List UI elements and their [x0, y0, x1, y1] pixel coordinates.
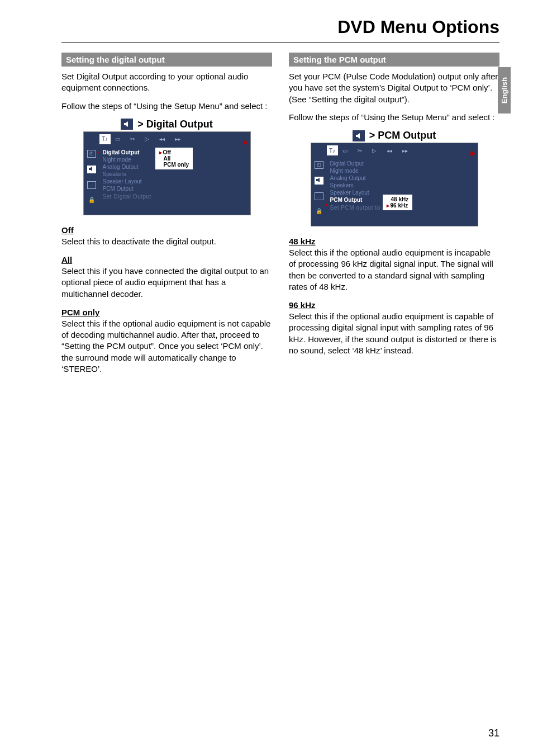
- caret-right-icon: ▸: [387, 202, 389, 209]
- menu-title: > Digital Output: [137, 119, 213, 130]
- play-icon: ▷: [372, 148, 377, 154]
- menu-hint: Set Digital Output: [103, 192, 247, 201]
- intro-text: Follow the steps of “Using the Setup Men…: [61, 101, 272, 112]
- menu-figure-pcm-output: > PCM Output T♪ ▭ ✂ ▷ ◂◂ ▸▸ ▶: [311, 130, 478, 226]
- caret-right-icon: ▸: [159, 149, 162, 155]
- option-text: Select this if the optional audio equipm…: [61, 318, 272, 375]
- left-rail: ◰ … 🔒: [84, 147, 99, 214]
- rail-icon-user: ◰: [87, 150, 96, 158]
- menu-item-digital-output: Digital Output: [330, 160, 474, 167]
- option-text: Select this if the optional audio equipm…: [289, 311, 499, 356]
- forward-icon: ▸▸: [175, 136, 180, 142]
- rail-icon-speaker-active: [87, 166, 96, 173]
- option-48khz: 48 kHz: [391, 196, 409, 202]
- intro-text: Follow the steps of “Using the Setup Men…: [289, 112, 499, 123]
- menu-item-speakers: Speakers: [330, 182, 474, 189]
- option-heading-96khz: 96 kHz: [289, 300, 499, 310]
- language-tab: English: [498, 67, 511, 114]
- rewind-icon: ◂◂: [159, 136, 165, 142]
- option-pcm-only: PCM only: [164, 162, 189, 168]
- left-column: Setting the digital output Set Digital O…: [61, 53, 272, 382]
- right-column: Setting the PCM output Set your PCM (Pul…: [289, 53, 499, 382]
- speaker-icon: [353, 130, 365, 141]
- speaker-icon: [121, 119, 133, 130]
- play-icon: ▷: [145, 136, 149, 142]
- rewind-icon: ◂◂: [387, 148, 392, 154]
- option-off: Off: [163, 149, 171, 155]
- section-header-pcm-output: Setting the PCM output: [289, 53, 499, 67]
- rail-icon-subtitle: …: [87, 181, 96, 189]
- svg-marker-2: [356, 133, 360, 139]
- option-heading-pcm-only: PCM only: [61, 308, 272, 317]
- rail-icon-lock: 🔒: [88, 197, 95, 203]
- option-text: Select this if you have connected the di…: [61, 266, 272, 300]
- option-heading-48khz: 48 kHz: [289, 237, 499, 246]
- menu-item-speakers: Speakers: [103, 171, 247, 178]
- options-box: 48 kHz ▸96 kHz: [383, 195, 413, 210]
- tab-audio-icon: T♪: [327, 145, 338, 155]
- svg-marker-1: [89, 167, 92, 171]
- menu-item-speaker-layout: Speaker Layout: [103, 178, 247, 185]
- rail-icon-user: ◰: [315, 161, 323, 169]
- tab-audio-icon: T♪: [99, 134, 111, 144]
- arrow-right-icon: ▶: [470, 149, 475, 157]
- option-96khz: 96 kHz: [391, 202, 408, 209]
- top-icon-row: ▭ ✂ ▷ ◂◂ ▸▸: [115, 136, 180, 142]
- scissors-icon: ✂: [358, 148, 362, 154]
- option-heading-all: All: [61, 255, 272, 264]
- monitor-icon: ▭: [342, 148, 348, 154]
- caret-left-icon: ◂: [325, 201, 327, 207]
- menu-item-analog-output: Analog Output: [330, 174, 474, 182]
- top-icon-row: ▭ ✂ ▷ ◂◂ ▸▸: [342, 148, 408, 154]
- options-box: ▸Off All PCM only: [155, 148, 193, 169]
- section-header-digital-output: Setting the digital output: [61, 53, 272, 67]
- arrow-right-icon: ▶: [243, 138, 248, 146]
- caret-left-icon: ◂: [97, 149, 100, 155]
- intro-text: Set your PCM (Pulse Code Modulation) out…: [289, 71, 499, 105]
- option-all: All: [164, 155, 171, 162]
- rail-icon-subtitle: …: [315, 192, 323, 200]
- menu-title: > PCM Output: [369, 130, 436, 141]
- scissors-icon: ✂: [130, 136, 135, 142]
- rail-icon-lock: 🔒: [316, 208, 322, 214]
- svg-marker-0: [124, 121, 128, 127]
- menu-item-pcm-output: PCM Output: [103, 185, 247, 192]
- option-text: Select this if the optional audio equipm…: [289, 247, 499, 292]
- page-title: DVD Menu Options: [61, 17, 499, 42]
- menu-figure-digital-output: > Digital Output T♪ ▭ ✂ ▷ ◂◂ ▸▸ ▶: [83, 119, 251, 215]
- svg-marker-3: [316, 178, 320, 182]
- forward-icon: ▸▸: [402, 148, 408, 154]
- menu-item-night-mode: Night mode: [330, 167, 474, 174]
- option-heading-off: Off: [61, 225, 272, 235]
- rail-icon-speaker-active: [315, 177, 323, 185]
- page-number: 31: [488, 727, 499, 739]
- monitor-icon: ▭: [115, 136, 120, 142]
- option-text: Select this to deactivate the digital ou…: [61, 236, 272, 247]
- left-rail: ◰ … 🔒: [311, 158, 327, 225]
- intro-text: Set Digital Output according to your opt…: [61, 71, 272, 94]
